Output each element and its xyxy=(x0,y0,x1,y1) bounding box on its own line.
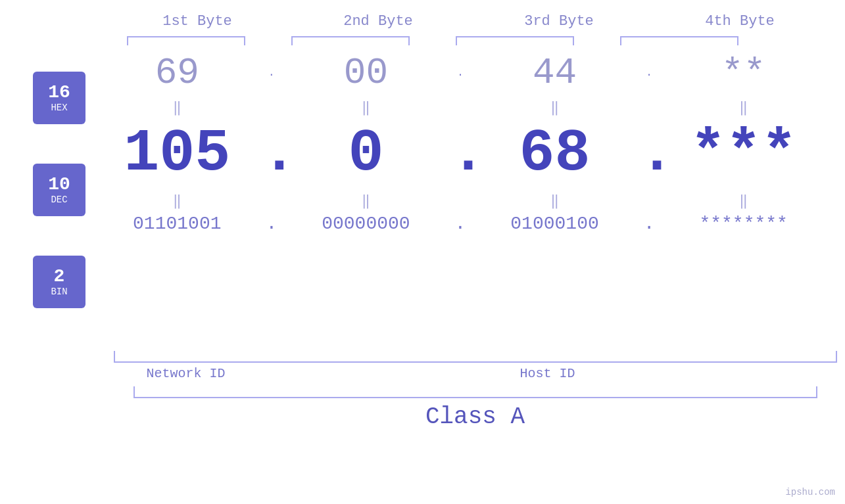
hex-b4: ** xyxy=(721,52,765,94)
hex-badge: 16 HEX xyxy=(33,72,85,124)
bin-b2: 00000000 xyxy=(322,214,410,234)
equals-row-2: ‖ ‖ ‖ ‖ xyxy=(99,187,822,214)
hex-b3-cell: 44 xyxy=(483,52,627,94)
dec-dot3: . xyxy=(639,120,659,187)
hex-row: 69 . 00 . 44 . ** xyxy=(99,52,822,94)
top-brace-4 xyxy=(620,36,738,45)
hex-b3: 44 xyxy=(533,52,577,94)
host-bracket xyxy=(258,351,837,363)
dec-b2: 0 xyxy=(348,120,383,187)
bin-b1: 01101001 xyxy=(133,214,221,234)
byte-header-1: 1st Byte xyxy=(125,13,270,30)
hex-name: HEX xyxy=(51,103,67,113)
top-brace-2 xyxy=(291,36,410,45)
dec-b1-cell: 105 xyxy=(105,120,249,187)
eq2-b4: ‖ xyxy=(671,192,816,210)
dec-b4: *** xyxy=(690,120,797,187)
watermark: ipshu.com xyxy=(785,487,835,497)
eq1-b4: ‖ xyxy=(671,99,816,116)
top-bracket-1 xyxy=(114,36,258,45)
bin-row: 01101001 . 00000000 . 01000100 . *******… xyxy=(99,214,822,234)
bin-b3-cell: 01000100 xyxy=(483,214,627,234)
base-labels: 16 HEX 10 DEC 2 BIN xyxy=(33,72,85,348)
bin-b4-cell: ******** xyxy=(671,214,816,234)
eq2-b3: ‖ xyxy=(483,192,627,210)
eq2-b1: ‖ xyxy=(105,192,249,210)
bracket-container xyxy=(114,351,837,363)
bin-b1-cell: 01101001 xyxy=(105,214,249,234)
class-label: Class A xyxy=(114,403,837,430)
main-container: 1st Byte 2nd Byte 3rd Byte 4th Byte 16 H… xyxy=(0,0,845,504)
byte-header-3: 3rd Byte xyxy=(487,13,631,30)
dec-dot2: . xyxy=(450,120,470,187)
hex-dot3: . xyxy=(639,67,659,79)
bottom-section: Network ID Host ID xyxy=(114,351,837,381)
id-labels: Network ID Host ID xyxy=(114,366,837,381)
dec-b4-cell: *** xyxy=(671,120,816,187)
host-id-label: Host ID xyxy=(258,366,837,381)
hex-b2: 00 xyxy=(344,52,388,94)
eq1-b2: ‖ xyxy=(293,99,438,116)
dec-name: DEC xyxy=(51,195,67,205)
top-brace-1 xyxy=(127,36,245,45)
outer-bracket xyxy=(133,386,817,398)
top-bracket-2 xyxy=(278,36,423,45)
bin-badge: 2 BIN xyxy=(33,256,85,308)
bin-num: 2 xyxy=(54,267,65,287)
top-bracket-3 xyxy=(443,36,587,45)
hex-dot2: . xyxy=(450,67,470,79)
dec-b3-cell: 68 xyxy=(483,120,627,187)
byte-headers: 1st Byte 2nd Byte 3rd Byte 4th Byte xyxy=(107,13,831,30)
top-brace-3 xyxy=(456,36,574,45)
network-bracket xyxy=(114,351,258,363)
top-brackets xyxy=(114,36,837,45)
values-grid: 69 . 00 . 44 . ** ‖ ‖ xyxy=(99,52,845,234)
network-id-label: Network ID xyxy=(114,366,258,381)
top-bracket-4 xyxy=(607,36,752,45)
hex-b4-cell: ** xyxy=(671,52,816,94)
dec-b3: 68 xyxy=(519,120,591,187)
bin-dot3: . xyxy=(639,214,659,234)
bin-dot1: . xyxy=(262,214,281,234)
bin-name: BIN xyxy=(51,286,67,297)
bin-dot2: . xyxy=(450,214,470,234)
dec-b2-cell: 0 xyxy=(293,120,438,187)
bin-b4: ******** xyxy=(699,214,787,234)
hex-b1-cell: 69 xyxy=(105,52,249,94)
eq1-b1: ‖ xyxy=(105,99,249,116)
dec-row: 105 . 0 . 68 . *** xyxy=(99,120,822,187)
hex-dot1: . xyxy=(262,67,281,79)
hex-num: 16 xyxy=(48,83,70,103)
hex-b2-cell: 00 xyxy=(293,52,438,94)
byte-header-2: 2nd Byte xyxy=(306,13,450,30)
bin-b2-cell: 00000000 xyxy=(293,214,438,234)
dec-dot1: . xyxy=(262,120,281,187)
equals-row-1: ‖ ‖ ‖ ‖ xyxy=(99,94,822,120)
eq1-b3: ‖ xyxy=(483,99,627,116)
eq2-b2: ‖ xyxy=(293,192,438,210)
hex-b1: 69 xyxy=(155,52,199,94)
dec-num: 10 xyxy=(48,175,70,195)
bin-b3: 01000100 xyxy=(510,214,598,234)
dec-badge: 10 DEC xyxy=(33,164,85,216)
content-area: 16 HEX 10 DEC 2 BIN 69 . 00 xyxy=(0,52,845,348)
byte-header-4: 4th Byte xyxy=(667,13,812,30)
dec-b1: 105 xyxy=(124,120,230,187)
